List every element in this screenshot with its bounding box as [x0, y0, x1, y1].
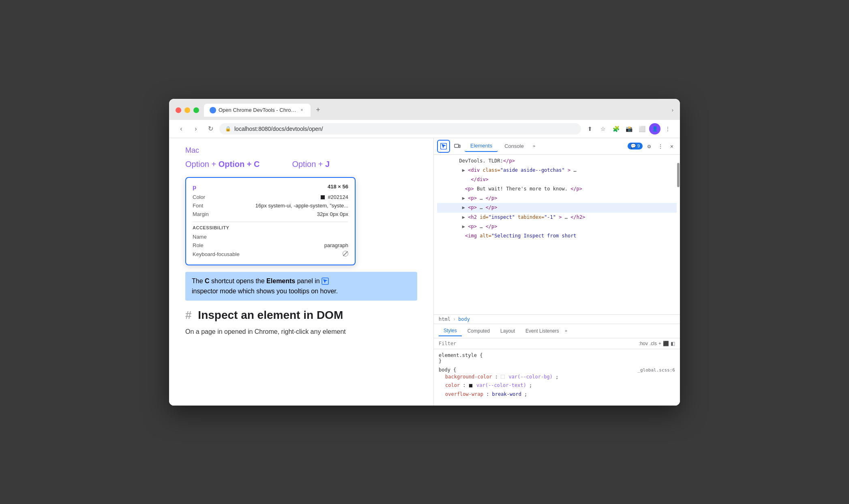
new-tab-button[interactable]: +	[312, 105, 324, 116]
devtools-panel: Elements Console » 💬 9 ⚙ ⋮ × DevTo	[433, 138, 680, 406]
breadcrumb-separator: ›	[453, 316, 456, 322]
styles-filter-bar: :hov .cls + ⬛ ◧	[434, 338, 680, 349]
devtools-tab-console[interactable]: Console	[499, 141, 530, 152]
device-toggle-button[interactable]	[452, 141, 463, 152]
tooltip-margin-row: Margin 32px 0px 0px	[193, 210, 348, 218]
styles-tab-styles[interactable]: Styles	[439, 326, 462, 336]
profile-button[interactable]: 👤	[649, 123, 660, 135]
back-button[interactable]: ‹	[176, 123, 187, 135]
color-value: #202124	[321, 194, 348, 200]
close-window-button[interactable]	[176, 107, 181, 113]
dom-line: ▶ <div class="aside aside--gotchas" > …	[437, 166, 677, 175]
devtools-action-buttons: ⚙ ⋮ ×	[644, 141, 677, 151]
styles-tab-computed[interactable]: Computed	[463, 326, 495, 336]
bg-color-swatch[interactable]	[501, 375, 505, 379]
no-value-icon	[343, 251, 348, 256]
tooltip-size: 418 × 56	[328, 184, 348, 190]
hash-symbol: #	[185, 309, 192, 321]
style-icon-1[interactable]: ⬛	[663, 341, 669, 346]
fullscreen-window-button[interactable]	[193, 107, 199, 113]
mac-label: Mac	[185, 146, 417, 155]
text-color-swatch[interactable]	[469, 384, 473, 388]
css-property-overflow-wrap: overflow-wrap : break-word ;	[439, 390, 675, 399]
inspector-cursor-icon	[440, 143, 447, 149]
dom-line-selected[interactable]: ▶ <p> … </p>	[437, 203, 677, 212]
device-toggle-icon	[454, 143, 461, 149]
css-source: _global.scss:6	[637, 367, 675, 373]
devtools-more-tabs-button[interactable]: »	[530, 142, 538, 150]
tooltip-name-row: Name	[193, 233, 348, 241]
inspector-icon-inline	[322, 278, 329, 285]
styles-content: element.style { } body { _global.scss:6 …	[434, 349, 680, 406]
minimize-window-button[interactable]	[184, 107, 190, 113]
role-label: Role	[193, 242, 204, 248]
title-bar: Open Chrome DevTools - Chro… × + ›	[169, 99, 680, 120]
forward-button[interactable]: ›	[190, 123, 202, 135]
section-heading: # Inspect an element in DOM	[185, 309, 417, 322]
css-property-bg: background-color : var(--color-bg) ;	[439, 373, 675, 382]
dom-scroll-indicator	[677, 163, 680, 187]
styles-filter-input[interactable]	[439, 341, 635, 346]
font-label: Font	[193, 203, 203, 209]
bookmark-button[interactable]: ☆	[597, 123, 609, 135]
accessibility-title: ACCESSIBILITY	[193, 225, 348, 230]
devtools-toggle-nav-button[interactable]: ⬜	[636, 123, 647, 135]
devtools-more-button[interactable]: ⋮	[656, 141, 665, 151]
tooltip-keyboard-row: Keyboard-focusable	[193, 250, 348, 259]
refresh-button[interactable]: ↻	[205, 123, 216, 135]
shortcuts-area: Option + Option + C Option + J	[185, 160, 417, 169]
style-icon-2[interactable]: ◧	[671, 341, 675, 346]
breadcrumb-html[interactable]: html	[439, 316, 450, 322]
main-content: Mac Option + Option + C Option + J p 418…	[169, 138, 680, 406]
inspector-mode-button[interactable]	[437, 140, 450, 153]
devtools-tab-elements[interactable]: Elements	[465, 140, 498, 152]
css-rule-element-style: element.style { }	[439, 352, 675, 364]
styles-filter-actions: :hov .cls + ⬛ ◧	[639, 341, 675, 346]
svg-rect-3	[459, 145, 460, 147]
devtools-chat-badge[interactable]: 💬 9	[628, 143, 643, 149]
devtools-settings-button[interactable]: ⚙	[644, 141, 654, 151]
keyboard-value	[343, 251, 348, 258]
extensions-button[interactable]: 🧩	[610, 123, 622, 135]
css-selector: element.style {	[439, 352, 482, 358]
tab-close-button[interactable]: ×	[298, 107, 305, 113]
page-content: Mac Option + Option + C Option + J p 418…	[169, 138, 433, 406]
chrome-menu-button[interactable]: ⋮	[662, 123, 673, 135]
address-bar[interactable]: 🔒 localhost:8080/docs/devtools/open/	[219, 123, 581, 135]
styles-tabs: Styles Computed Layout Event Listeners »	[434, 324, 680, 338]
url-text: localhost:8080/docs/devtools/open/	[234, 126, 323, 132]
breadcrumb-body[interactable]: body	[458, 316, 470, 322]
margin-value: 32px 0px 0px	[317, 211, 348, 217]
tab-bar: Open Chrome DevTools - Chro… × + ›	[204, 104, 673, 117]
font-value: 16px system-ui, -apple-system, "syste...	[255, 203, 348, 209]
breadcrumb-bar: html › body	[434, 314, 680, 324]
styles-tab-layout[interactable]: Layout	[495, 326, 520, 336]
highlighted-text-block: The C shortcut opens the Elements panel …	[185, 272, 417, 301]
add-style-button[interactable]: +	[658, 341, 661, 346]
dom-tree[interactable]: DevTools. TLDR:</p> ▶ <div class="aside …	[434, 155, 680, 314]
margin-label: Margin	[193, 211, 209, 217]
css-property-color: color : var(--color-text) ;	[439, 381, 675, 390]
dom-line: ▶ <p> … </p>	[437, 222, 677, 231]
shortcut-c: Option + Option + C	[185, 160, 259, 169]
hov-filter-button[interactable]: :hov	[639, 341, 648, 346]
svg-rect-2	[455, 144, 459, 147]
active-tab[interactable]: Open Chrome DevTools - Chro… ×	[204, 104, 311, 117]
styles-more-tabs-button[interactable]: »	[565, 328, 568, 333]
capture-button[interactable]: 📸	[623, 123, 635, 135]
share-button[interactable]: ⬆	[584, 123, 596, 135]
tooltip-role-row: Role paragraph	[193, 241, 348, 250]
devtools-close-button[interactable]: ×	[667, 141, 677, 151]
tooltip-divider	[193, 222, 348, 222]
window-menu-button[interactable]: ›	[672, 107, 673, 113]
tab-title: Open Chrome DevTools - Chro…	[219, 107, 296, 113]
styles-tab-event-listeners[interactable]: Event Listeners	[521, 326, 564, 336]
dom-line: </div>	[437, 175, 677, 184]
lock-icon: 🔒	[225, 126, 231, 132]
tooltip-tag: p 418 × 56	[193, 184, 348, 190]
cls-filter-button[interactable]: .cls	[650, 341, 657, 346]
css-rule-header: body { _global.scss:6	[439, 367, 675, 373]
shortcut-j: Option + J	[292, 160, 330, 169]
dom-line: <img alt="Selecting Inspect from short	[437, 231, 677, 241]
elements-bold: Elements	[266, 278, 295, 284]
